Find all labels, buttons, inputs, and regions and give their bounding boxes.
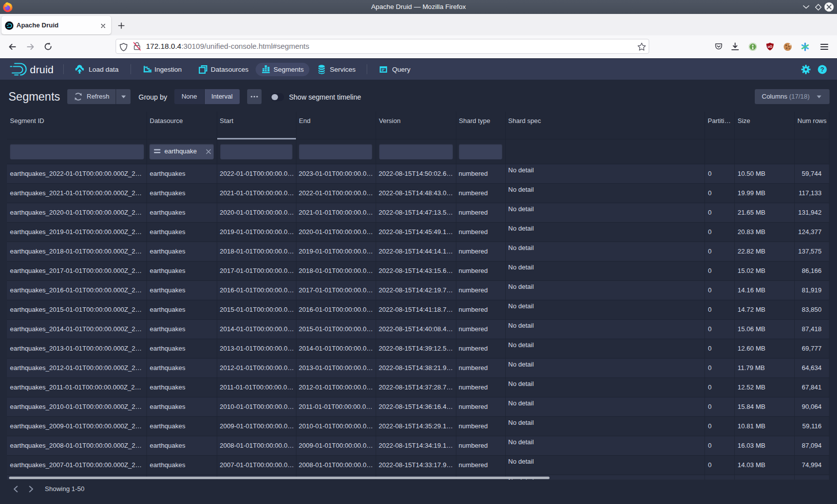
svg-text:?: ? (821, 66, 825, 73)
svg-text:uO: uO (768, 45, 772, 48)
